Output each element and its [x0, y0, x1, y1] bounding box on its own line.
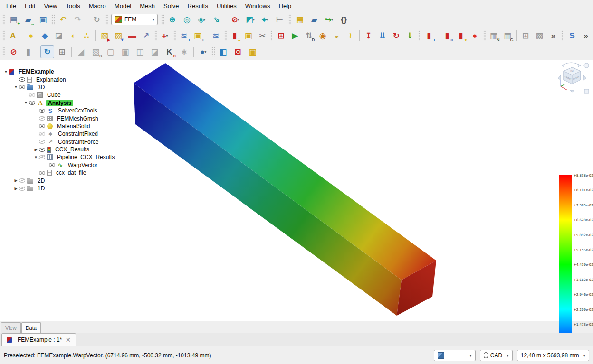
zoom-selection-button[interactable]: ◎: [180, 13, 194, 26]
expander-icon[interactable]: ▼: [23, 101, 29, 105]
toolbar-handle[interactable]: [2, 30, 5, 41]
toolbar-handle[interactable]: [161, 14, 164, 25]
tree-item-cube[interactable]: Cube: [0, 91, 112, 99]
visibility-off-icon[interactable]: [39, 116, 45, 121]
expander-icon[interactable]: ▶: [13, 187, 19, 191]
box-zoom-button[interactable]: ⌖▾: [258, 13, 272, 26]
constraint-tie-button[interactable]: ▣: [242, 29, 255, 42]
open-document-button[interactable]: ▰→: [21, 13, 35, 26]
constraint-force-button[interactable]: ▶: [288, 29, 301, 42]
visibility-on-icon[interactable]: [29, 101, 35, 105]
toolbar-handle[interactable]: [2, 47, 5, 57]
visibility-off-icon[interactable]: [39, 140, 45, 144]
toolbar-handle[interactable]: [288, 14, 291, 25]
mesh-gmsh-button[interactable]: ▦G: [501, 29, 514, 42]
document-tab[interactable]: FEMExample : 1* ✕: [1, 333, 76, 346]
fluid-boundary-button[interactable]: ≋: [209, 29, 222, 42]
toolbar-handle[interactable]: [224, 30, 227, 41]
draw-style-combo[interactable]: ▾: [434, 350, 476, 361]
tree-item-warpvector[interactable]: ∿WarpVector: [0, 161, 112, 169]
constraint-heatflux-button[interactable]: ▮≈: [440, 29, 453, 42]
menu-file[interactable]: File: [2, 1, 20, 10]
visibility-off-icon[interactable]: [19, 187, 25, 191]
toolbar-handle[interactable]: [154, 30, 157, 41]
navigation-style-combo[interactable]: CAD ▾: [480, 350, 513, 361]
refresh-button[interactable]: ↻: [90, 13, 104, 26]
visibility-on-icon[interactable]: [19, 77, 25, 82]
visibility-off-icon[interactable]: [39, 132, 45, 136]
expander-icon[interactable]: ▶: [13, 178, 19, 183]
constraint-self-weight-button[interactable]: ⇊: [376, 29, 389, 42]
annotation-button[interactable]: A: [7, 29, 19, 42]
view-dimensions-combo[interactable]: 12,40 m x 5693,98 mm ▾: [517, 350, 589, 361]
filter-glyph-button[interactable]: ◪: [148, 45, 162, 58]
tree-item-analysis[interactable]: ▼AAnalysis: [0, 99, 112, 107]
menu-solve[interactable]: Solve: [159, 1, 183, 10]
material-fluid-button[interactable]: ◆: [38, 29, 51, 42]
toolbar-handle[interactable]: [2, 14, 5, 25]
filter-warp-vector-button[interactable]: ◢: [74, 45, 88, 58]
mesh-netgen-button[interactable]: ▦N: [487, 29, 500, 42]
results-show-button[interactable]: ▮: [21, 45, 35, 58]
constraint-bodyheat-button[interactable]: ●: [469, 29, 481, 42]
tree-item-2d[interactable]: ▶2D: [0, 177, 112, 184]
filter-scalar-clip-button[interactable]: ▧S: [89, 45, 103, 58]
tree-item-materialsolid[interactable]: MaterialSolid: [0, 122, 112, 130]
tree-item-ccx_results[interactable]: ▶CCX_Results: [0, 146, 112, 153]
shell-thickness-button[interactable]: ▨▼: [112, 29, 125, 42]
fit-selection-button[interactable]: ⇘: [210, 13, 223, 26]
undo-button[interactable]: ↶: [56, 13, 70, 26]
filter-contours-button[interactable]: ◫: [133, 45, 147, 58]
toolbar-handle[interactable]: [211, 47, 215, 57]
menu-tools[interactable]: Tools: [61, 1, 84, 10]
femmesh-clear-button[interactable]: ⊠: [231, 45, 245, 58]
expander-icon[interactable]: ▼: [13, 85, 19, 89]
femmesh-show-result-button[interactable]: ▣: [246, 45, 259, 58]
part-box-button[interactable]: ▦: [293, 13, 306, 26]
visibility-on-icon[interactable]: [39, 124, 45, 128]
filter-function-cut-button[interactable]: ▢: [104, 45, 117, 58]
mesh-boundary-layer-button[interactable]: ≋i: [177, 29, 190, 42]
axonometric-view-button[interactable]: ◈▾: [195, 13, 209, 26]
constraint-initial-temperature-button[interactable]: ▮i: [422, 29, 435, 42]
menu-model[interactable]: Model: [110, 1, 135, 10]
femmesh-display-info-button[interactable]: ◧: [216, 45, 230, 58]
beam-top-face[interactable]: [134, 63, 436, 280]
save-document-button[interactable]: ▣: [36, 13, 50, 26]
visibility-on-icon[interactable]: [49, 163, 55, 167]
visibility-on-icon[interactable]: [19, 85, 25, 89]
constraint-bearing-button[interactable]: ◒: [330, 29, 343, 42]
post-pipeline-from-result-button[interactable]: ⊞: [55, 45, 69, 58]
expression-editor-button[interactable]: {}: [337, 13, 351, 26]
workbench-selector[interactable]: FEM▾: [111, 14, 158, 25]
toolbar-overflow-solver-button[interactable]: »: [580, 29, 593, 42]
beam-rotation-button[interactable]: ▬: [126, 29, 139, 42]
tree-item-constraintforce[interactable]: ↗ConstraintForce: [0, 138, 112, 146]
measure-button[interactable]: ⊢: [273, 13, 287, 26]
menu-macro[interactable]: Macro: [85, 1, 110, 10]
tree-item-solverccxtools[interactable]: SSolverCcxTools: [0, 107, 112, 114]
visibility-off-icon[interactable]: [19, 178, 25, 183]
menu-utilities[interactable]: Utilities: [212, 1, 241, 10]
expander-icon[interactable]: ▼: [3, 70, 9, 74]
toolbar-handle[interactable]: [561, 30, 564, 41]
filter-linearized-stresses-button[interactable]: ∗: [177, 45, 191, 58]
tree-item-pipeline_ccx_results[interactable]: ▼Pipeline_CCX_Results: [0, 153, 112, 161]
visibility-on-icon[interactable]: [39, 171, 45, 175]
menu-results[interactable]: Results: [183, 1, 212, 10]
toolbar-handle[interactable]: [51, 14, 55, 25]
constraint-displacement-button[interactable]: ⇅D: [302, 29, 315, 42]
tree-item-ccx_dat_file[interactable]: ccx_dat_file: [0, 169, 112, 177]
constraint-fixed-button[interactable]: ⊞: [275, 29, 287, 42]
tree-item-constraintfixed[interactable]: ∗ConstraintFixed: [0, 130, 112, 138]
solver-ccx-button[interactable]: S: [566, 29, 579, 42]
new-document-button[interactable]: ▤+: [7, 13, 20, 26]
redo-button[interactable]: ↷: [71, 13, 85, 26]
beam-section-button[interactable]: ▧▶: [98, 29, 111, 42]
tree-item-femmeshgmsh[interactable]: FEMMeshGmsh: [0, 114, 112, 122]
navigation-cube[interactable]: TOP FRONT RIGHT: [557, 62, 591, 99]
expander-icon[interactable]: ▼: [33, 155, 39, 159]
toolbar-handle[interactable]: [418, 30, 421, 41]
toolbar-handle[interactable]: [173, 30, 176, 41]
zoom-fit-all-button[interactable]: ⊕: [165, 13, 179, 26]
